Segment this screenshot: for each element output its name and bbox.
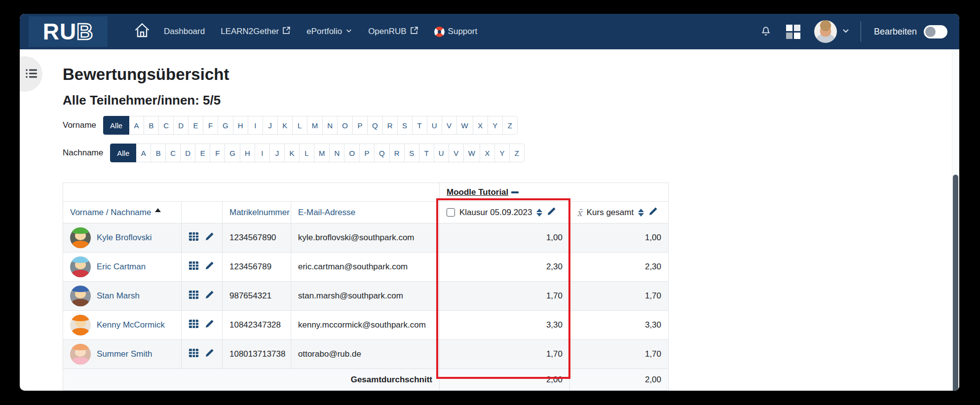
- firstname-filter-letter-L[interactable]: L: [292, 116, 307, 135]
- name-sort-link[interactable]: Vorname / Nachname: [70, 208, 151, 217]
- apps-menu-button[interactable]: [786, 25, 800, 39]
- lastname-filter-letter-R[interactable]: R: [389, 144, 405, 162]
- lastname-filter-letter-S[interactable]: S: [404, 144, 419, 162]
- scrollbar-track[interactable]: [952, 49, 959, 391]
- pencil-icon[interactable]: [205, 319, 214, 331]
- firstname-filter-letter-O[interactable]: O: [337, 116, 353, 135]
- lastname-filter-letter-V[interactable]: V: [449, 144, 464, 162]
- student-name-link[interactable]: Summer Smith: [97, 349, 152, 359]
- minus-icon[interactable]: [511, 191, 519, 193]
- lastname-filter-letter-U[interactable]: U: [434, 144, 449, 162]
- lastname-filter-letter-Q[interactable]: Q: [374, 144, 390, 162]
- lastname-filter-letter-M[interactable]: M: [314, 144, 330, 162]
- nav-item-eportfolio[interactable]: ePortfolio: [306, 27, 352, 37]
- firstname-filter-letter-K[interactable]: K: [277, 116, 293, 135]
- lastname-filter-letter-T[interactable]: T: [419, 144, 434, 162]
- firstname-filter-letter-P[interactable]: P: [352, 116, 368, 135]
- user-avatar[interactable]: [814, 20, 837, 43]
- pencil-icon[interactable]: [205, 261, 214, 273]
- lastname-filter-letter-K[interactable]: K: [284, 144, 300, 162]
- lastname-filter-letter-F[interactable]: F: [210, 144, 225, 162]
- matrikel-sort-link[interactable]: Matrikelnummer: [229, 208, 290, 217]
- pencil-icon[interactable]: [205, 232, 214, 244]
- firstname-filter-letter-A[interactable]: A: [129, 116, 144, 135]
- firstname-filter-letter-N[interactable]: N: [322, 116, 338, 135]
- firstname-filter-letter-V[interactable]: V: [442, 116, 457, 135]
- table-grid-icon[interactable]: [188, 348, 199, 360]
- firstname-filter-letter-D[interactable]: D: [173, 116, 188, 135]
- sort-arrows-icon[interactable]: [638, 209, 644, 217]
- home-button[interactable]: [131, 21, 153, 42]
- lastname-filter-letter-L[interactable]: L: [299, 144, 314, 162]
- student-avatar[interactable]: [70, 344, 91, 365]
- table-grid-icon[interactable]: [188, 319, 199, 331]
- klausur-title[interactable]: Klausur 05.09.2023: [459, 208, 532, 218]
- pencil-icon[interactable]: [205, 290, 214, 302]
- user-menu-button[interactable]: [842, 27, 850, 37]
- kurs-gesamt-title[interactable]: Kurs gesamt: [587, 208, 634, 218]
- student-avatar[interactable]: [70, 227, 91, 248]
- klausur-select-checkbox[interactable]: [447, 208, 455, 217]
- firstname-filter-letter-S[interactable]: S: [397, 116, 413, 135]
- lastname-filter-letter-Y[interactable]: Y: [494, 144, 510, 162]
- pencil-icon[interactable]: [205, 348, 214, 360]
- email-sort-link[interactable]: E-Mail-Adresse: [298, 208, 355, 217]
- firstname-filter-letter-U[interactable]: U: [427, 116, 442, 135]
- student-avatar[interactable]: [70, 286, 91, 306]
- nav-item-openrub[interactable]: OpenRUB: [368, 26, 418, 37]
- pencil-icon[interactable]: [648, 207, 658, 219]
- lastname-filter-letter-D[interactable]: D: [180, 144, 195, 162]
- table-grid-icon[interactable]: [188, 232, 199, 244]
- lastname-filter-letter-A[interactable]: A: [136, 144, 151, 162]
- lastname-filter-letter-E[interactable]: E: [195, 144, 210, 162]
- lastname-filter-letter-J[interactable]: J: [269, 144, 285, 162]
- nav-item-support[interactable]: Support: [434, 27, 478, 37]
- lastname-filter-letter-I[interactable]: I: [255, 144, 270, 162]
- lastname-filter-letter-O[interactable]: O: [344, 144, 360, 162]
- lastname-filter-letter-X[interactable]: X: [480, 144, 495, 162]
- firstname-filter-letter-B[interactable]: B: [144, 116, 159, 135]
- firstname-filter-letter-I[interactable]: I: [248, 116, 263, 135]
- lastname-filter-letter-Z[interactable]: Z: [509, 144, 525, 162]
- firstname-filter-letter-E[interactable]: E: [188, 116, 203, 135]
- sort-arrows-icon[interactable]: [536, 209, 542, 217]
- lastname-filter-letter-P[interactable]: P: [359, 144, 375, 162]
- student-name-link[interactable]: Eric Cartman: [97, 262, 146, 272]
- lastname-filter-letter-W[interactable]: W: [463, 144, 480, 162]
- nav-item-learn2gether[interactable]: LEARN2Gether: [221, 26, 291, 37]
- firstname-filter-letter-C[interactable]: C: [158, 116, 174, 135]
- table-grid-icon[interactable]: [188, 261, 199, 273]
- lastname-filter-letter-H[interactable]: H: [240, 144, 255, 162]
- lastname-filter-all-button[interactable]: Alle: [110, 144, 136, 162]
- student-avatar[interactable]: [70, 315, 91, 335]
- lastname-filter-letter-C[interactable]: C: [165, 144, 181, 162]
- student-avatar[interactable]: [70, 257, 91, 277]
- rub-logo[interactable]: RUB: [29, 16, 108, 47]
- firstname-filter-letter-Y[interactable]: Y: [488, 116, 503, 135]
- firstname-filter-letter-X[interactable]: X: [473, 116, 488, 135]
- firstname-filter-letter-H[interactable]: H: [233, 116, 248, 135]
- student-name-link[interactable]: Stan Marsh: [97, 291, 140, 301]
- firstname-filter-letter-T[interactable]: T: [412, 116, 427, 135]
- firstname-filter-letter-W[interactable]: W: [456, 116, 473, 135]
- student-name-link[interactable]: Kenny McCormick: [97, 320, 165, 330]
- firstname-filter-letter-M[interactable]: M: [307, 116, 323, 135]
- category-title-link[interactable]: Moodle Tutorial: [447, 187, 508, 197]
- firstname-filter-letter-R[interactable]: R: [382, 116, 398, 135]
- firstname-filter-letter-J[interactable]: J: [263, 116, 278, 135]
- scrollbar-thumb[interactable]: [953, 175, 958, 391]
- notifications-button[interactable]: [759, 24, 772, 39]
- lastname-filter-letter-B[interactable]: B: [151, 144, 166, 162]
- lastname-filter-letter-G[interactable]: G: [225, 144, 240, 162]
- pencil-icon[interactable]: [547, 207, 556, 219]
- firstname-filter-letter-F[interactable]: F: [203, 116, 218, 135]
- firstname-filter-all-button[interactable]: Alle: [103, 116, 129, 135]
- firstname-filter-letter-Q[interactable]: Q: [367, 116, 383, 135]
- nav-item-dashboard[interactable]: Dashboard: [164, 27, 205, 37]
- lastname-filter-letter-N[interactable]: N: [329, 144, 344, 162]
- firstname-filter-letter-G[interactable]: G: [218, 116, 233, 135]
- student-name-link[interactable]: Kyle Broflovski: [97, 233, 151, 243]
- edit-mode-toggle[interactable]: [924, 25, 947, 38]
- firstname-filter-letter-Z[interactable]: Z: [502, 116, 518, 135]
- table-grid-icon[interactable]: [188, 290, 199, 302]
